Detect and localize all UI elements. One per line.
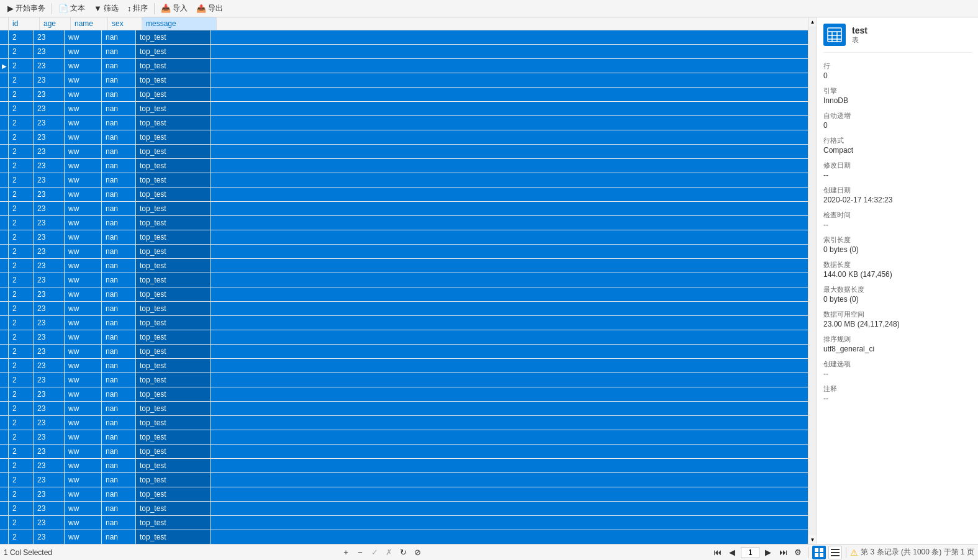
- btn-filter[interactable]: ▼ 筛选: [90, 2, 122, 15]
- td-message: top_test: [136, 430, 211, 444]
- page-number-input[interactable]: [741, 547, 759, 558]
- table-row[interactable]: 223wwnantop_test: [0, 445, 808, 459]
- info-props-container: 行0引擎InnoDB自动递增0行格式Compact修改日期--创建日期2020-…: [823, 61, 972, 409]
- row-indicator: [0, 259, 9, 273]
- td-id: 2: [9, 116, 34, 130]
- info-table-name: test: [852, 25, 867, 35]
- table-row[interactable]: 223wwnantop_test: [0, 45, 808, 59]
- table-row[interactable]: 223wwnantop_test: [0, 202, 808, 216]
- btn-next-page[interactable]: ▶: [762, 546, 774, 559]
- td-message: top_test: [136, 116, 211, 130]
- table-row[interactable]: 223wwnantop_test: [0, 187, 808, 202]
- table-row[interactable]: 223wwnantop_test: [0, 230, 808, 245]
- table-row[interactable]: 223wwnantop_test: [0, 530, 808, 544]
- td-name: ww: [65, 73, 102, 87]
- table-row[interactable]: 223wwnantop_test: [0, 116, 808, 130]
- table-row[interactable]: 223wwnantop_test: [0, 345, 808, 359]
- th-id[interactable]: id: [9, 17, 40, 30]
- table-row[interactable]: 223wwnantop_test: [0, 402, 808, 416]
- table-row[interactable]: 223wwnantop_test: [0, 173, 808, 187]
- scrollbar-down-btn[interactable]: ▼: [808, 535, 817, 544]
- table-row[interactable]: 223wwnantop_test: [0, 30, 808, 45]
- table-row[interactable]: 223wwnantop_test: [0, 245, 808, 259]
- td-name: ww: [65, 416, 102, 430]
- td-message: top_test: [136, 530, 211, 544]
- td-sex: nan: [102, 387, 136, 401]
- sort-icon: ↕: [127, 4, 132, 13]
- table-row[interactable]: 223wwnantop_test: [0, 416, 808, 430]
- btn-refresh[interactable]: ↻: [397, 546, 409, 559]
- table-row[interactable]: 223wwnantop_test: [0, 259, 808, 273]
- btn-confirm-edit[interactable]: ✓: [368, 546, 381, 559]
- table-row[interactable]: 223wwnantop_test: [0, 502, 808, 516]
- th-sex[interactable]: sex: [108, 17, 142, 30]
- info-prop: 索引长度0 bytes (0): [823, 235, 972, 254]
- table-row[interactable]: 223wwnantop_test: [0, 459, 808, 473]
- table-row[interactable]: 223wwnantop_test: [0, 302, 808, 316]
- table-row[interactable]: 223wwnantop_test: [0, 316, 808, 330]
- btn-text[interactable]: 📄 文本: [55, 2, 89, 15]
- btn-import[interactable]: 📥 导入: [157, 2, 191, 15]
- table-row[interactable]: 223wwnantop_test: [0, 130, 808, 145]
- btn-view-grid[interactable]: [812, 546, 826, 559]
- td-name: ww: [65, 173, 102, 187]
- scrollbar-up-btn[interactable]: ▲: [808, 17, 817, 26]
- table-row[interactable]: 223wwnantop_test: [0, 373, 808, 387]
- th-name[interactable]: name: [71, 17, 108, 30]
- td-sex: nan: [102, 359, 136, 373]
- td-name: ww: [65, 316, 102, 330]
- table-row[interactable]: 223wwnantop_test: [0, 159, 808, 173]
- btn-start-transaction[interactable]: ▶ 开始事务: [4, 2, 49, 15]
- table-row[interactable]: 223wwnantop_test: [0, 273, 808, 287]
- btn-add-row[interactable]: +: [340, 546, 352, 559]
- right-scrollbar[interactable]: ▲ ▼: [808, 17, 817, 544]
- btn-last-page[interactable]: ⏭: [777, 546, 789, 559]
- btn-remove-row[interactable]: −: [354, 546, 366, 559]
- th-message[interactable]: message: [142, 17, 217, 30]
- td-message: top_test: [136, 173, 211, 187]
- row-indicator: [0, 487, 9, 501]
- td-name: ww: [65, 159, 102, 173]
- row-indicator: [0, 387, 9, 401]
- table-row[interactable]: 223wwnantop_test: [0, 473, 808, 487]
- bottom-toolbar: 1 Col Selected + − ✓ ✗ ↻ ⊘ ⏮ ◀ ▶ ⏭ ⚙: [0, 544, 978, 560]
- bottom-edit-buttons: + − ✓ ✗ ↻ ⊘: [340, 546, 423, 559]
- td-message: top_test: [136, 130, 211, 144]
- th-age[interactable]: age: [40, 17, 71, 30]
- td-sex: nan: [102, 116, 136, 130]
- btn-cancel-edit[interactable]: ✗: [383, 546, 395, 559]
- td-age: 23: [34, 359, 65, 373]
- btn-first-page[interactable]: ⏮: [711, 546, 723, 559]
- table-body[interactable]: 223wwnantop_test223wwnantop_test▶223wwna…: [0, 30, 808, 544]
- td-sex: nan: [102, 330, 136, 344]
- table-row[interactable]: 223wwnantop_test: [0, 145, 808, 159]
- table-row[interactable]: ▶223wwnantop_test: [0, 59, 808, 73]
- table-row[interactable]: 223wwnantop_test: [0, 102, 808, 116]
- btn-view-list[interactable]: [828, 546, 842, 559]
- td-message: top_test: [136, 516, 211, 530]
- row-indicator: [0, 88, 9, 101]
- td-sex: nan: [102, 516, 136, 530]
- btn-grid-settings[interactable]: ⚙: [792, 546, 804, 559]
- table-row[interactable]: 223wwnantop_test: [0, 516, 808, 530]
- table-row[interactable]: 223wwnantop_test: [0, 216, 808, 230]
- btn-export[interactable]: 📤 导出: [192, 2, 227, 15]
- btn-clear[interactable]: ⊘: [411, 546, 423, 559]
- table-row[interactable]: 223wwnantop_test: [0, 430, 808, 445]
- td-name: ww: [65, 359, 102, 373]
- table-row[interactable]: 223wwnantop_test: [0, 487, 808, 502]
- btn-prev-page[interactable]: ◀: [726, 546, 738, 559]
- table-row[interactable]: 223wwnantop_test: [0, 287, 808, 302]
- table-row[interactable]: 223wwnantop_test: [0, 387, 808, 402]
- td-age: 23: [34, 59, 65, 73]
- td-age: 23: [34, 402, 65, 415]
- td-sex: nan: [102, 302, 136, 315]
- td-id: 2: [9, 402, 34, 415]
- table-row[interactable]: 223wwnantop_test: [0, 359, 808, 373]
- table-row[interactable]: 223wwnantop_test: [0, 330, 808, 345]
- table-row[interactable]: 223wwnantop_test: [0, 88, 808, 102]
- svg-rect-7: [820, 548, 823, 552]
- btn-sort[interactable]: ↕ 排序: [124, 2, 152, 15]
- row-indicator: [0, 330, 9, 344]
- table-row[interactable]: 223wwnantop_test: [0, 73, 808, 88]
